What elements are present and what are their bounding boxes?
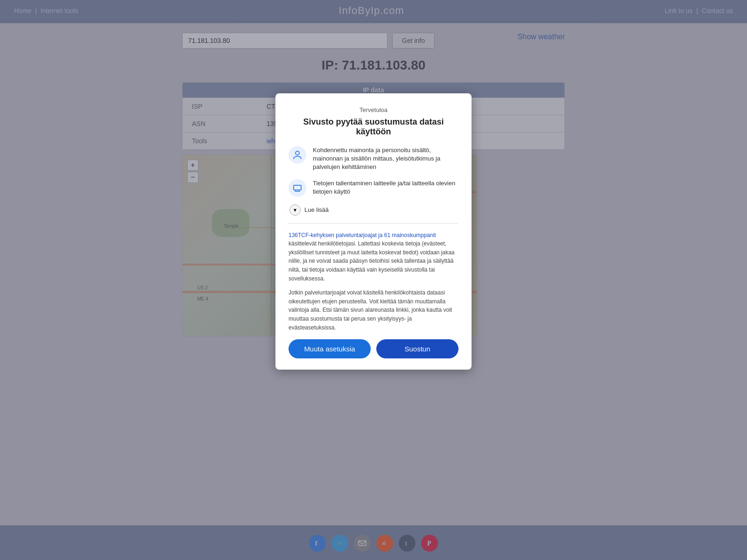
feature-2-text: Tietojen tallentaminen laitteelle ja/tai… <box>313 179 458 196</box>
modal-link[interactable]: 136TCF-kehyksen palveluntarjoajat ja 61 … <box>289 232 436 238</box>
modal-body-continuation: käsittelevät henkilötietojasi. Laitettas… <box>289 240 455 281</box>
modal-title: Sivusto pyytää suostumusta datasi käyttö… <box>289 117 458 137</box>
feature-1-text: Kohdennettu mainonta ja personoitu sisäl… <box>313 146 458 172</box>
modal-buttons: Muuta asetuksia Suostun <box>289 339 458 358</box>
svg-point-0 <box>296 151 299 155</box>
expand-label: Lue lisää <box>304 206 329 213</box>
person-icon <box>292 150 303 160</box>
modal-expand-row: ▾ Lue lisää <box>289 204 458 216</box>
consent-button[interactable]: Suostun <box>376 339 458 358</box>
feature-2-icon <box>289 179 306 197</box>
modal-body-text-2: Jotkin palveluntarjoajat voivat käsitell… <box>289 288 458 332</box>
settings-button[interactable]: Muuta asetuksia <box>289 339 371 358</box>
modal-greeting: Tervetuloa <box>289 106 458 113</box>
expand-button[interactable]: ▾ <box>289 204 301 216</box>
modal-feature-2: Tietojen tallentaminen laitteelle ja/tai… <box>289 179 458 197</box>
modal-overlay: Tervetuloa Sivusto pyytää suostumusta da… <box>0 0 747 560</box>
modal-feature-1: Kohdennettu mainonta ja personoitu sisäl… <box>289 146 458 172</box>
consent-modal: Tervetuloa Sivusto pyytää suostumusta da… <box>275 93 472 370</box>
device-icon <box>292 183 303 193</box>
modal-body-text-1: 136TCF-kehyksen palveluntarjoajat ja 61 … <box>289 231 458 283</box>
svg-rect-1 <box>294 185 301 190</box>
feature-1-icon <box>289 146 306 164</box>
modal-divider <box>289 223 458 224</box>
